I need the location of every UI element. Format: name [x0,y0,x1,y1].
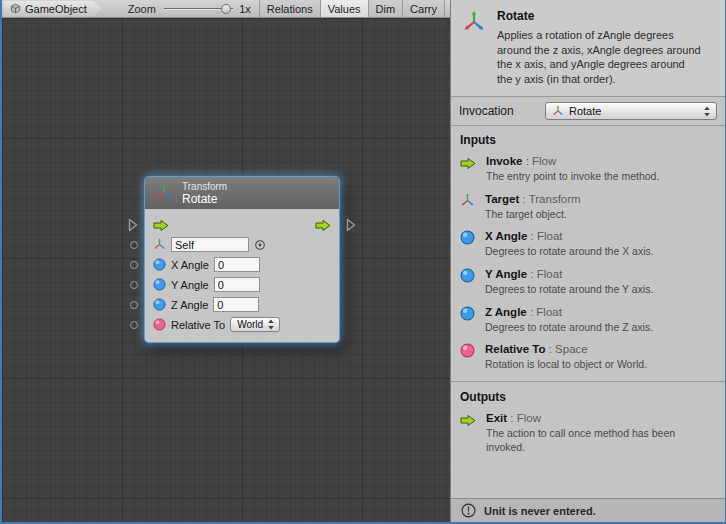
input-entry-z-angle: Z Angle : Float Degrees to rotate around… [451,301,725,339]
flow-icon [460,414,476,427]
inspector-title: Rotate [497,9,703,23]
entry-description: The action to call once method has been … [486,427,711,454]
entry-name: Invoke [486,155,522,167]
inspector-panel: Rotate Applies a rotation of zAngle degr… [450,0,725,522]
node-header[interactable]: Transform Rotate [145,177,339,209]
input-entry-y-angle: Y Angle : Float Degrees to rotate around… [451,263,725,301]
transform-icon [153,238,166,251]
input-entry-relative-to: Relative To : Space Rotation is local to… [451,338,725,376]
transform-icon [155,184,173,202]
bolt-editor-window: GameObject Zoom 1x Relations Values Dim … [0,0,726,524]
gameobject-icon [10,3,21,14]
invocation-dropdown[interactable]: Rotate [545,102,717,120]
tab-relations[interactable]: Relations [259,0,320,17]
tab-carry[interactable]: Carry [402,0,445,17]
inputs-section-header: Inputs [451,126,725,150]
graph-pane: GameObject Zoom 1x Relations Values Dim … [2,0,450,522]
flow-icon [460,157,476,170]
z-angle-input[interactable] [213,297,259,312]
entry-name: Target [485,193,519,205]
node-subtitle: Rotate [182,192,227,206]
entry-type: Space [555,343,588,355]
breadcrumb-gameobject[interactable]: GameObject [4,1,102,17]
entry-separator: : [546,343,556,355]
breadcrumb-label: GameObject [25,3,87,15]
y-angle-label: Y Angle [171,279,209,291]
entry-name: X Angle [485,230,527,242]
target-value-port[interactable] [130,241,138,249]
zoom-slider-knob[interactable] [221,4,231,14]
output-entry-exit: Exit : Flow The action to call once meth… [451,407,725,458]
tab-dim[interactable]: Dim [368,0,403,17]
inspector-description: Applies a rotation of zAngle degrees aro… [497,28,703,86]
x-angle-value-port[interactable] [130,261,138,269]
entry-name: Relative To [485,343,546,355]
node-body: X Angle Y Angle Z Angle [145,209,339,342]
space-port-icon[interactable] [153,318,166,331]
invoke-flow-port-icon[interactable] [153,219,169,232]
y-angle-input[interactable] [214,277,260,292]
relative-to-label: Relative To [171,319,225,331]
entry-description: The target object. [485,208,581,222]
input-entry-target: Target : Transform The target object. [451,188,725,226]
invocation-row: Invocation Rotate [451,97,725,126]
graph-toolbar: GameObject Zoom 1x Relations Values Dim … [2,0,450,18]
y-angle-value-port[interactable] [130,281,138,289]
relative-to-dropdown[interactable]: World [230,317,280,332]
transform-icon [460,193,475,208]
zoom-value: 1x [239,3,251,15]
entry-name: Z Angle [485,306,527,318]
entry-separator: : [507,412,517,424]
entry-separator: : [527,306,537,318]
zoom-slider[interactable] [164,2,233,16]
dropdown-arrows-icon [703,106,711,117]
exit-flow-port-icon[interactable] [315,219,331,232]
tab-values[interactable]: Values [320,0,368,17]
x-angle-label: X Angle [171,259,209,271]
dropdown-arrows-icon [267,319,275,330]
entry-description: Degrees to rotate around the Z axis. [485,321,653,335]
warning-text: Unit is never entered. [484,505,596,517]
float-port-icon[interactable] [153,278,166,291]
target-picker-icon[interactable] [254,239,266,251]
z-angle-value-port[interactable] [130,301,138,309]
entry-description: Rotation is local to object or World. [485,358,647,372]
float-port-icon[interactable] [153,298,166,311]
entry-type: Float [536,306,562,318]
entry-separator: : [527,268,537,280]
zoom-label: Zoom [128,3,156,15]
transform-icon [552,105,564,117]
inspector-header: Rotate Applies a rotation of zAngle degr… [451,0,725,97]
entry-name: Exit [486,412,507,424]
warning-bar: Unit is never entered. [451,498,725,522]
graph-canvas[interactable]: Transform Rotate [2,18,450,522]
invocation-label: Invocation [459,104,514,118]
entry-description: Degrees to rotate around the Y axis. [485,283,653,297]
entry-separator: : [527,230,537,242]
outputs-section-header: Outputs [451,381,725,407]
entry-description: Degrees to rotate around the X axis. [485,245,654,259]
rotate-node[interactable]: Transform Rotate [145,177,339,342]
relative-to-value-port[interactable] [130,321,138,329]
node-title: Transform [182,181,227,192]
float-port-icon [460,268,475,283]
input-entry-x-angle: X Angle : Float Degrees to rotate around… [451,225,725,263]
toolbar-tabs: Relations Values Dim Carry [259,0,445,17]
space-port-icon [460,343,475,358]
entry-description: The entry point to invoke the method. [486,170,659,184]
invocation-value: Rotate [569,105,698,117]
relative-to-value: World [237,319,263,330]
transform-icon [462,10,486,34]
entry-type: Flow [517,412,541,424]
flow-input-port[interactable] [128,218,138,232]
float-port-icon [460,230,475,245]
x-angle-input[interactable] [214,257,260,272]
z-angle-label: Z Angle [171,299,208,311]
target-self-field[interactable] [171,237,249,252]
warning-icon [461,503,476,518]
entry-name: Y Angle [485,268,527,280]
entry-separator: : [519,193,528,205]
flow-output-port[interactable] [346,218,356,232]
entry-type: Float [537,268,563,280]
float-port-icon[interactable] [153,258,166,271]
